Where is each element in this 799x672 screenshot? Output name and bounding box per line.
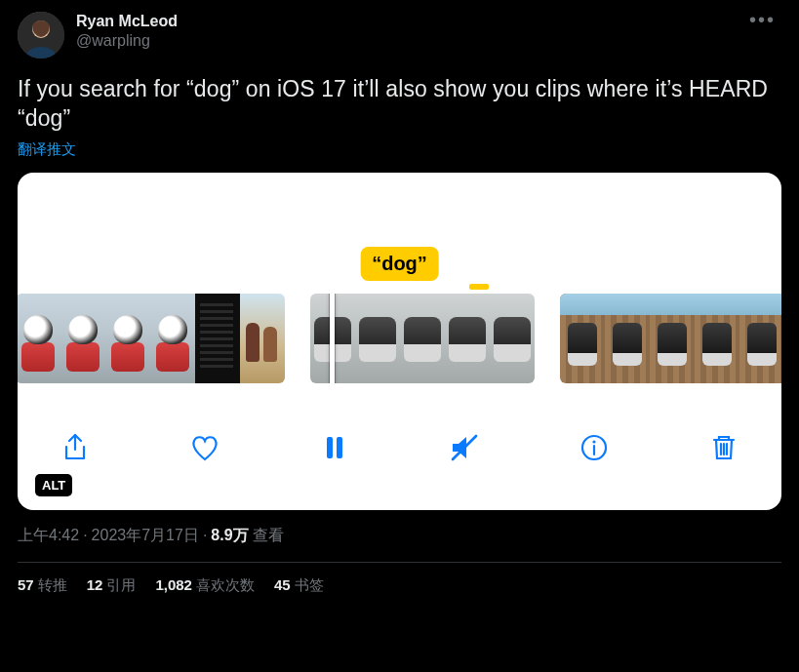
svg-rect-3	[337, 437, 342, 458]
caption-tick	[469, 284, 489, 290]
video-frame	[739, 294, 781, 383]
clip-group[interactable]	[310, 294, 535, 383]
quotes-count: 12	[87, 576, 103, 593]
media-toolbar	[18, 422, 781, 473]
user-block: Ryan McLeod @warpling	[76, 12, 743, 51]
more-icon[interactable]: •••	[743, 12, 781, 27]
retweets-label: 转推	[38, 576, 67, 593]
mute-icon[interactable]	[448, 431, 481, 464]
alt-badge[interactable]: ALT	[35, 474, 72, 496]
display-name[interactable]: Ryan McLeod	[76, 12, 743, 31]
tweet-text: If you search for “dog” on iOS 17 it’ll …	[18, 74, 781, 133]
video-frame	[400, 294, 445, 383]
video-frame	[650, 294, 695, 383]
retweets-count: 57	[18, 576, 34, 593]
media-card[interactable]: “dog”	[18, 173, 781, 510]
video-frame	[490, 294, 535, 383]
stats-row: 57转推 12引用 1,082喜欢次数 45书签	[18, 576, 781, 595]
video-frame	[560, 294, 605, 383]
heart-icon[interactable]	[188, 431, 221, 464]
clip-group[interactable]	[18, 294, 285, 383]
playhead[interactable]	[330, 294, 335, 383]
likes-label: 喜欢次数	[196, 576, 255, 593]
video-frame	[240, 294, 285, 383]
video-frame	[150, 294, 195, 383]
likes-count: 1,082	[155, 576, 192, 593]
clip-group[interactable]	[560, 294, 781, 383]
bookmarks-label: 书签	[295, 576, 324, 593]
video-frame	[695, 294, 739, 383]
tweet-header: Ryan McLeod @warpling •••	[18, 12, 781, 59]
video-frame	[18, 294, 60, 383]
tweet-container: Ryan McLeod @warpling ••• If you search …	[0, 0, 799, 607]
tweet-time[interactable]: 上午4:42	[18, 527, 79, 543]
video-frame	[60, 294, 105, 383]
svg-rect-2	[327, 437, 333, 458]
video-frame	[195, 294, 240, 383]
user-handle[interactable]: @warpling	[76, 31, 743, 51]
caption-pill: “dog”	[360, 247, 439, 281]
quotes-stat[interactable]: 12引用	[87, 576, 137, 595]
tweet-date[interactable]: 2023年7月17日	[92, 527, 199, 543]
video-frame	[105, 294, 150, 383]
bookmarks-count: 45	[274, 576, 291, 593]
quotes-label: 引用	[106, 576, 136, 593]
svg-point-6	[592, 440, 595, 443]
divider	[18, 562, 781, 563]
views-label: 查看	[253, 527, 284, 543]
bookmarks-stat[interactable]: 45书签	[274, 576, 324, 595]
translate-link[interactable]: 翻译推文	[18, 140, 781, 159]
share-icon[interactable]	[59, 431, 92, 464]
video-frame	[445, 294, 490, 383]
video-frame	[605, 294, 650, 383]
pause-icon[interactable]	[318, 431, 351, 464]
likes-stat[interactable]: 1,082喜欢次数	[155, 576, 255, 595]
info-icon[interactable]	[578, 431, 611, 464]
views-count[interactable]: 8.9万	[211, 527, 248, 543]
retweets-stat[interactable]: 57转推	[18, 576, 67, 595]
video-frame	[355, 294, 400, 383]
tweet-meta: 上午4:42·2023年7月17日·8.9万 查看	[18, 526, 781, 546]
trash-icon[interactable]	[707, 431, 740, 464]
avatar[interactable]	[18, 12, 64, 59]
video-timeline[interactable]	[18, 294, 781, 383]
